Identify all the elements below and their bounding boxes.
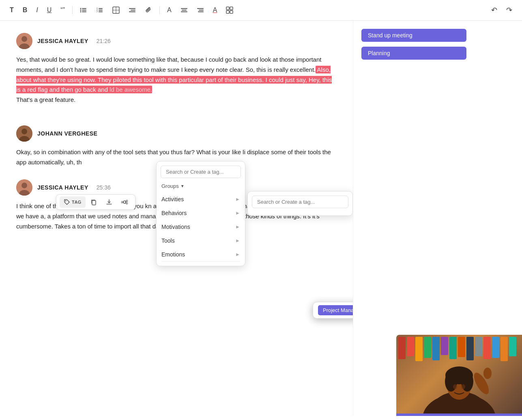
emotions-label: Emotions: [161, 251, 185, 258]
dropdown-divider: [161, 261, 240, 262]
ordered-list-button[interactable]: 123: [95, 5, 105, 15]
tag-label: TAG: [72, 200, 82, 205]
tools-arrow-icon: ►: [235, 238, 240, 243]
font-size-button[interactable]: A: [165, 5, 173, 15]
svg-rect-19: [182, 10, 187, 11]
tag-action-bar: TAG: [56, 194, 135, 210]
attachment-button[interactable]: [143, 5, 154, 15]
activities-label: Activities: [161, 196, 184, 202]
sidebar-tag-standup[interactable]: Stand up meeting: [361, 29, 466, 42]
dropdown-tools[interactable]: Tools ►: [157, 234, 245, 248]
svg-rect-21: [197, 8, 204, 9]
svg-rect-32: [92, 200, 96, 205]
dropdown-behaviors[interactable]: Behaviors ►: [157, 206, 245, 220]
svg-rect-23: [198, 11, 204, 12]
svg-point-52: [453, 384, 457, 389]
editor-area: JESSICA HAYLEY 21:26 Yes, that would be …: [0, 21, 353, 416]
svg-point-4: [80, 10, 82, 11]
grid-view-button[interactable]: [224, 5, 235, 15]
bullet-list-button[interactable]: [78, 5, 89, 15]
svg-text:3: 3: [97, 10, 98, 13]
emotions-arrow-icon: ►: [235, 252, 240, 257]
bold-button[interactable]: B: [21, 5, 29, 15]
toolbar-undo-redo: ↶ ↷: [490, 4, 514, 16]
behaviors-label: Behaviors: [161, 210, 187, 216]
groups-label: Groups: [161, 183, 179, 189]
comment-author-3: JESSICA HAYLEY: [37, 184, 88, 191]
comment-header-2: JOHANN VERGHESE: [16, 125, 337, 142]
small-tag-dropdown: Groups ▼ Activities ► Behaviors ► Motiva…: [156, 161, 245, 266]
comment-text-1: Yes, that would be so great. I would lov…: [16, 55, 337, 105]
video-progress-bar: [396, 414, 522, 416]
table-button[interactable]: [111, 5, 121, 15]
toolbar-divider-1: [72, 6, 73, 14]
align-center-button[interactable]: [179, 5, 189, 15]
person-silhouette: [396, 359, 522, 416]
svg-point-44: [21, 183, 27, 188]
svg-rect-8: [99, 11, 103, 12]
toolbar-divider-2: [159, 6, 160, 14]
svg-point-34: [126, 200, 128, 202]
share-button[interactable]: [117, 196, 132, 208]
svg-rect-25: [230, 7, 233, 10]
svg-rect-6: [99, 8, 103, 9]
groups-chevron-icon: ▼: [180, 184, 185, 188]
comment-header-1: JESSICA HAYLEY 21:26: [16, 33, 337, 49]
avatar-jessica-1: [16, 33, 32, 49]
underline-button[interactable]: U: [45, 5, 54, 15]
avatar-johann-1: [16, 125, 32, 142]
comment-author-1: JESSICA HAYLEY: [37, 38, 88, 44]
comment-author-2: JOHANN VERGHESE: [37, 130, 97, 137]
svg-point-5: [80, 11, 82, 13]
main-area: JESSICA HAYLEY 21:26 Yes, that would be …: [0, 21, 522, 416]
sidebar: Stand up meeting Planning: [353, 21, 475, 416]
font-color-button[interactable]: A: [211, 5, 219, 15]
svg-point-36: [126, 202, 128, 204]
svg-rect-1: [82, 10, 86, 11]
paragraph-button[interactable]: T: [8, 5, 15, 15]
copy-button[interactable]: [86, 196, 101, 208]
dropdown-activities[interactable]: Activities ►: [157, 192, 245, 206]
svg-rect-15: [129, 8, 135, 9]
svg-point-31: [65, 200, 66, 201]
comment-time-1: 21:26: [97, 38, 111, 44]
large-tag-dropdown: Stand up meeting Project Management Meet…: [247, 191, 353, 216]
undo-button[interactable]: ↶: [490, 4, 499, 16]
svg-point-53: [461, 384, 465, 389]
motivations-label: Motivations: [161, 224, 190, 230]
small-tag-project-chip: Project Management: [318, 305, 353, 315]
italic-button[interactable]: I: [34, 5, 39, 15]
svg-rect-17: [129, 11, 135, 12]
avatar-jessica-2: [16, 179, 32, 196]
dropdown-emotions[interactable]: Emotions ►: [157, 248, 245, 261]
motivations-arrow-icon: ►: [235, 224, 240, 230]
download-button[interactable]: [102, 196, 116, 208]
comment-time-3: 25:36: [97, 184, 111, 191]
dropdown-motivations[interactable]: Motivations ►: [157, 220, 245, 234]
svg-point-55: [483, 368, 492, 379]
small-tag-project-mgmt[interactable]: Project Management: [313, 302, 353, 319]
small-dropdown-search[interactable]: [161, 166, 241, 178]
indent-button[interactable]: [127, 5, 137, 15]
svg-rect-18: [181, 8, 187, 9]
svg-point-29: [21, 36, 27, 42]
svg-point-3: [80, 8, 82, 9]
sidebar-tag-planning[interactable]: Planning: [361, 47, 466, 60]
svg-rect-22: [199, 10, 204, 11]
behaviors-arrow-icon: ►: [235, 210, 240, 216]
activities-arrow-icon: ►: [235, 196, 240, 202]
svg-point-35: [121, 201, 123, 203]
video-thumbnail: [396, 335, 522, 416]
quote-button[interactable]: “”: [59, 5, 67, 15]
svg-rect-24: [226, 7, 229, 10]
redo-button[interactable]: ↷: [505, 4, 514, 16]
groups-header[interactable]: Groups ▼: [157, 181, 245, 192]
comment-jessica-1: JESSICA HAYLEY 21:26 Yes, that would be …: [16, 33, 337, 105]
svg-rect-7: [99, 10, 103, 11]
large-dropdown-search[interactable]: [252, 196, 348, 208]
svg-rect-16: [131, 10, 135, 11]
tag-button[interactable]: TAG: [60, 196, 86, 208]
svg-rect-20: [181, 11, 187, 12]
svg-rect-0: [82, 8, 86, 9]
align-right-button[interactable]: [195, 5, 206, 15]
